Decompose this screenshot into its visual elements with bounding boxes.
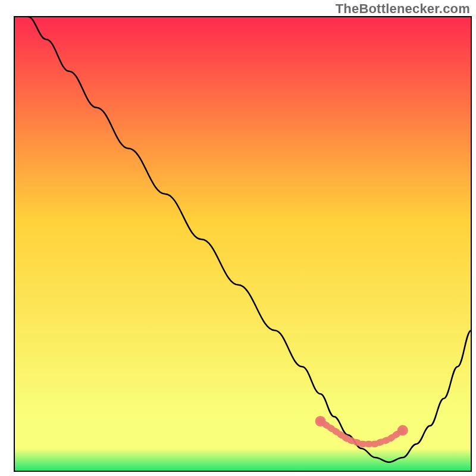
chart-frame: TheBottlenecker.com bbox=[0, 0, 476, 476]
bottleneck-chart bbox=[0, 0, 476, 476]
optimal-range-end bbox=[397, 425, 408, 436]
optimal-range-start bbox=[315, 416, 326, 427]
plot-background bbox=[14, 17, 471, 471]
